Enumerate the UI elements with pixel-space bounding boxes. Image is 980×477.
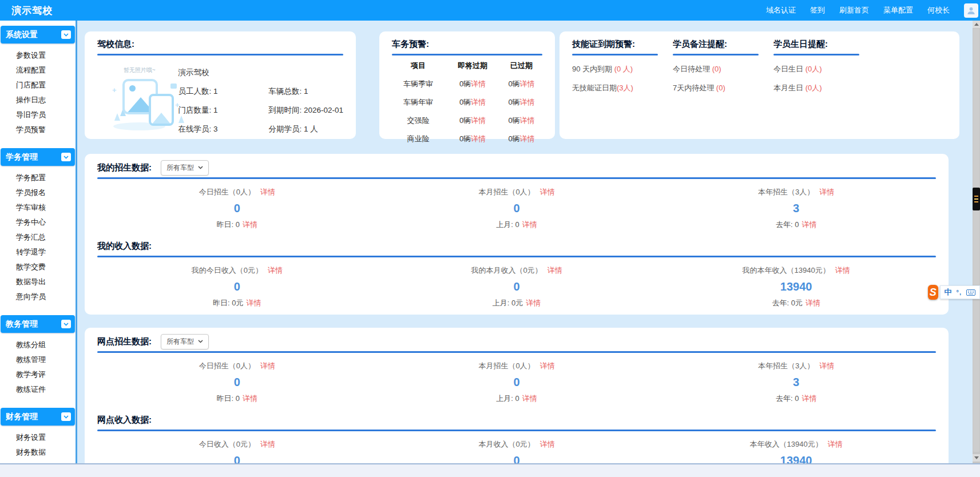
detail-link[interactable]: 详情 — [547, 266, 562, 275]
ime-punctuation-icon[interactable]: °, — [957, 289, 962, 296]
stat-value: 3 — [656, 376, 936, 389]
sidebar-item-coach-certificates[interactable]: 教练证件 — [16, 382, 76, 397]
detail-link[interactable]: 详情 — [243, 220, 257, 229]
info-vehicle-count: 车辆总数: 1 — [268, 86, 343, 97]
sidebar-item-finance-data[interactable]: 财务数据 — [16, 445, 76, 460]
detail-link[interactable]: 详情 — [819, 361, 834, 370]
detail-link[interactable]: 详情 — [471, 134, 486, 143]
sidebar-item-transfer-dropout[interactable]: 转学退学 — [16, 245, 76, 260]
detail-link[interactable]: 详情 — [268, 266, 283, 275]
sidebar-item-teaching-evaluation[interactable]: 教学考评 — [16, 367, 76, 382]
vehicle-type-select[interactable]: 所有车型 — [161, 160, 209, 176]
stat-month: 本月收入（0元）详情 0 — [377, 439, 657, 463]
chevron-down-icon[interactable] — [61, 30, 71, 39]
nav-principal[interactable]: 何校长 — [927, 5, 950, 15]
vehicle-alert-card: 车务预警: 项目 即将过期 已过期 车辆季审 0辆详情 0辆详情 车辆年审 0辆… — [379, 31, 555, 139]
photo-placeholder-text: 暂无照片哦~ — [111, 66, 168, 74]
sidebar-section-label: 系统设置 — [6, 30, 38, 40]
ime-lang-chinese[interactable]: 中 — [945, 287, 952, 297]
chevron-down-icon[interactable] — [61, 153, 71, 161]
scroll-up-button[interactable] — [973, 21, 980, 28]
detail-link[interactable]: 详情 — [540, 440, 555, 448]
floating-capture-widget[interactable] — [973, 188, 980, 210]
sidebar-item-import-old-students[interactable]: 导旧学员 — [16, 108, 76, 122]
sidebar-section-academic-management[interactable]: 学务管理 — [1, 148, 75, 166]
sidebar-item-prospective-students[interactable]: 意向学员 — [16, 289, 76, 304]
detail-link[interactable]: 详情 — [247, 299, 261, 307]
sidebar-section-teaching-management[interactable]: 教务管理 — [1, 315, 75, 333]
reminder-value: (0 人) — [614, 65, 633, 73]
sidebar-item-param-settings[interactable]: 参数设置 — [16, 48, 76, 63]
detail-link[interactable]: 详情 — [471, 98, 486, 106]
nav-menu-config[interactable]: 菜单配置 — [883, 5, 913, 15]
stat-value: 0 — [97, 202, 377, 215]
my-income-title: 我的收入数据: — [97, 241, 152, 252]
detail-link[interactable]: 详情 — [471, 116, 486, 125]
stat-year: 本年招生（3人）详情 3 去年: 0详情 — [656, 361, 936, 404]
detail-link[interactable]: 详情 — [522, 220, 537, 229]
detail-link[interactable]: 详情 — [526, 299, 541, 307]
school-info-title: 驾校信息: — [97, 39, 343, 50]
reminder-line: 无技能证日期(3人) — [572, 83, 673, 93]
detail-link[interactable]: 详情 — [520, 80, 535, 88]
detail-link[interactable]: 详情 — [522, 394, 537, 403]
detail-link[interactable]: 详情 — [828, 440, 843, 448]
detail-link[interactable]: 详情 — [520, 98, 535, 106]
table-cell: 0辆详情 — [501, 134, 542, 144]
ime-keyboard-icon[interactable] — [966, 289, 975, 296]
sidebar-item-coach-management[interactable]: 教练管理 — [16, 352, 76, 367]
sidebar-section-finance-management[interactable]: 财务管理 — [1, 408, 75, 426]
detail-link[interactable]: 详情 — [540, 188, 555, 196]
sidebar-item-store-config[interactable]: 门店配置 — [16, 78, 76, 93]
detail-link[interactable]: 详情 — [260, 361, 275, 370]
stat-value: 13940 — [656, 454, 936, 463]
detail-link[interactable]: 详情 — [806, 299, 820, 307]
stat-value: 3 — [656, 202, 936, 215]
detail-link[interactable]: 详情 — [520, 134, 535, 143]
scroll-down-button[interactable] — [973, 454, 980, 462]
chevron-down-icon[interactable] — [61, 412, 71, 421]
net-enrollment-title: 网点招生数据: — [97, 336, 152, 347]
sidebar-item-finance-settings[interactable]: 财务设置 — [16, 430, 76, 445]
scrollbar-thumb[interactable] — [973, 29, 979, 452]
detail-link[interactable]: 详情 — [471, 80, 486, 88]
detail-link[interactable]: 详情 — [802, 394, 816, 403]
detail-link[interactable]: 详情 — [260, 188, 275, 196]
nav-sign-in[interactable]: 签到 — [810, 5, 825, 15]
sidebar-item-process-config[interactable]: 流程配置 — [16, 63, 76, 78]
sidebar-item-casual-payment[interactable]: 散学交费 — [16, 260, 76, 275]
stat-month: 本月招生（0人）详情 0 上月: 0详情 — [377, 187, 657, 230]
avatar[interactable] — [964, 3, 978, 18]
sidebar-item-academic-summary[interactable]: 学务汇总 — [16, 230, 76, 245]
vertical-scrollbar[interactable] — [973, 21, 980, 463]
my-stats-card: 我的招生数据: 所有车型 今日招生（0人）详情 0 昨日: 0详情 本月招生（0… — [85, 154, 949, 315]
sidebar-item-coach-groups[interactable]: 教练分组 — [16, 337, 76, 352]
sidebar-item-data-export[interactable]: 数据导出 — [16, 275, 76, 289]
detail-link[interactable]: 详情 — [819, 188, 834, 196]
vehicle-type-select[interactable]: 所有车型 — [161, 334, 209, 349]
detail-link[interactable]: 详情 — [260, 440, 275, 448]
sidebar-section-system-settings[interactable]: 系统设置 — [1, 26, 75, 43]
net-enrollment-section: 网点招生数据: 所有车型 今日招生（0人）详情 0 昨日: 0详情 本月招生（0… — [97, 335, 936, 413]
sogou-logo-icon[interactable]: S — [928, 285, 938, 300]
school-info-card: 驾校信息: 暂无照片哦~ ++ — [85, 31, 356, 139]
sidebar-item-driving-review[interactable]: 学车审核 — [16, 200, 76, 215]
stat-month: 我的本月收入（0元）详情 0 上月: 0元详情 — [377, 265, 657, 308]
row-label: 商业险 — [392, 134, 445, 144]
sidebar-item-academic-center[interactable]: 学务中心 — [16, 215, 76, 230]
detail-link[interactable]: 详情 — [520, 116, 535, 125]
nav-domain-auth[interactable]: 域名认证 — [766, 5, 796, 15]
sidebar-item-academic-config[interactable]: 学务配置 — [16, 170, 76, 185]
nav-refresh-home[interactable]: 刷新首页 — [839, 5, 869, 15]
sidebar-item-operation-log[interactable]: 操作日志 — [16, 93, 76, 108]
tree-icon — [178, 116, 184, 123]
row-label: 车辆年审 — [392, 97, 445, 108]
sidebar-item-student-alerts[interactable]: 学员预警 — [16, 122, 76, 137]
detail-link[interactable]: 详情 — [802, 220, 816, 229]
ime-panel: 中 °, — [940, 285, 980, 299]
detail-link[interactable]: 详情 — [243, 394, 257, 403]
chevron-down-icon[interactable] — [61, 320, 71, 328]
detail-link[interactable]: 详情 — [540, 361, 555, 370]
detail-link[interactable]: 详情 — [835, 266, 850, 275]
sidebar-item-student-enrollment[interactable]: 学员报名 — [16, 185, 76, 200]
